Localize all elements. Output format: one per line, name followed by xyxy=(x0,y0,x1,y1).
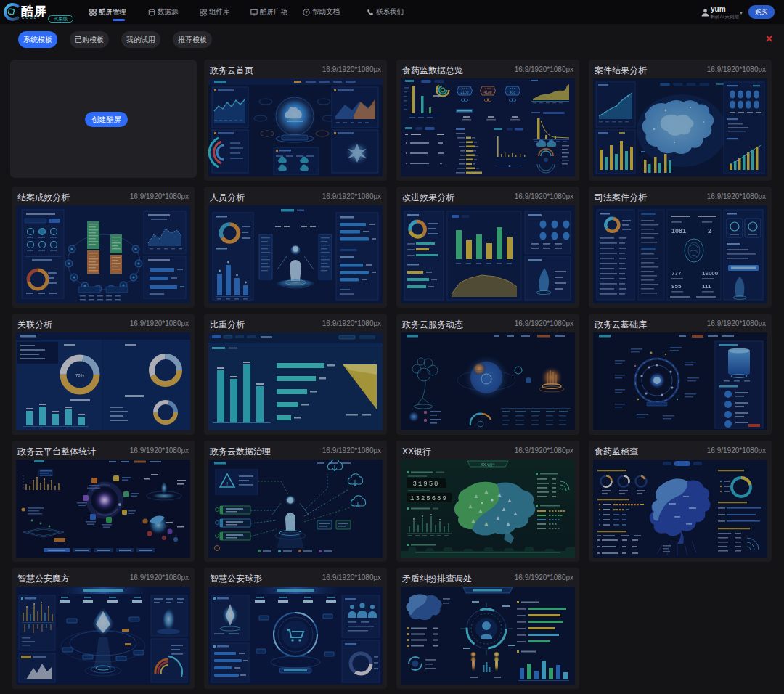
svg-text:2: 2 xyxy=(708,227,711,234)
svg-text:111: 111 xyxy=(702,283,711,290)
svg-text:210g: 210g xyxy=(460,90,468,94)
svg-text:1325689: 1325689 xyxy=(410,495,448,502)
svg-text:16000: 16000 xyxy=(702,270,719,277)
svg-text:40g: 40g xyxy=(510,90,516,94)
svg-text:78%: 78% xyxy=(75,373,85,377)
svg-text:?: ? xyxy=(305,10,308,15)
svg-text:855: 855 xyxy=(671,283,682,290)
svg-text:777: 777 xyxy=(671,270,682,277)
svg-text:XX 银行: XX 银行 xyxy=(481,462,495,468)
svg-text:1081: 1081 xyxy=(671,227,686,234)
svg-text:31958: 31958 xyxy=(412,481,439,488)
svg-text:410g: 410g xyxy=(483,90,491,94)
svg-text:!: ! xyxy=(226,481,228,487)
